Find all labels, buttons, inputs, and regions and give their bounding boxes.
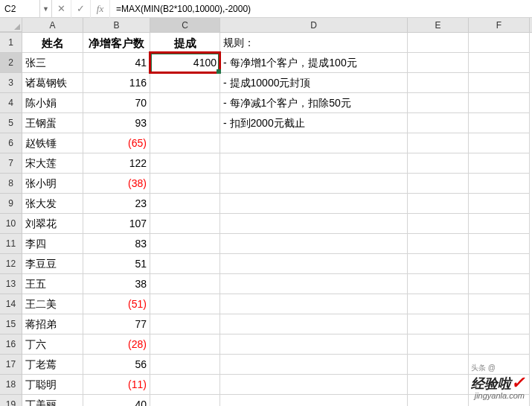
cell[interactable] — [469, 194, 530, 214]
row-header[interactable]: 1 — [0, 33, 22, 53]
name-cell[interactable]: 王五 — [22, 274, 83, 294]
row-header[interactable]: 10 — [0, 214, 22, 234]
cell[interactable] — [469, 73, 530, 93]
name-cell[interactable]: 李四 — [22, 234, 83, 254]
confirm-icon[interactable]: ✓ — [71, 0, 91, 18]
rule-cell[interactable] — [220, 174, 408, 194]
cell[interactable] — [408, 93, 469, 113]
cell[interactable] — [408, 294, 469, 314]
row-header[interactable]: 2 — [0, 53, 22, 73]
rule-cell[interactable] — [220, 355, 408, 375]
cell[interactable] — [469, 153, 530, 174]
row-header[interactable]: 6 — [0, 133, 22, 153]
row-header[interactable]: 4 — [0, 93, 22, 113]
rule-cell[interactable] — [220, 294, 408, 314]
cell[interactable] — [469, 254, 530, 274]
commission-cell[interactable] — [150, 375, 220, 395]
col-header-f[interactable]: F — [469, 18, 530, 32]
name-cell[interactable]: 王二美 — [22, 294, 83, 314]
name-cell[interactable]: 丁聪明 — [22, 375, 83, 395]
name-cell[interactable]: 张大发 — [22, 194, 83, 214]
cell[interactable] — [469, 314, 530, 334]
cell[interactable] — [469, 334, 530, 355]
header-commission[interactable]: 提成 — [150, 33, 220, 53]
rule-cell[interactable] — [220, 153, 408, 174]
col-header-e[interactable]: E — [408, 18, 469, 32]
commission-cell[interactable] — [150, 294, 220, 314]
commission-cell[interactable] — [150, 174, 220, 194]
count-cell[interactable]: 107 — [83, 214, 150, 234]
cell[interactable] — [408, 375, 469, 395]
commission-cell[interactable] — [150, 355, 220, 375]
row-header[interactable]: 14 — [0, 294, 22, 314]
cell[interactable] — [408, 194, 469, 214]
select-all-corner[interactable] — [0, 18, 22, 32]
rule-cell[interactable] — [220, 194, 408, 214]
commission-cell[interactable] — [150, 113, 220, 133]
cell[interactable] — [469, 93, 530, 113]
cell[interactable] — [408, 113, 469, 133]
cell[interactable] — [408, 314, 469, 334]
header-count[interactable]: 净增客户数 — [83, 33, 150, 53]
rule-cell[interactable] — [220, 375, 408, 395]
cell[interactable] — [469, 33, 530, 53]
rule-cell[interactable]: - 扣到2000元截止 — [220, 113, 408, 133]
count-cell[interactable]: 38 — [83, 274, 150, 294]
cell[interactable] — [469, 113, 530, 133]
count-cell[interactable]: 83 — [83, 234, 150, 254]
cell[interactable] — [408, 234, 469, 254]
commission-cell[interactable] — [150, 395, 220, 406]
cell[interactable] — [469, 294, 530, 314]
commission-cell[interactable] — [150, 254, 220, 274]
name-cell[interactable]: 丁美丽 — [22, 395, 83, 406]
rule-cell[interactable] — [220, 395, 408, 406]
cell[interactable] — [408, 214, 469, 234]
count-cell[interactable]: 40 — [83, 395, 150, 406]
count-cell[interactable]: (28) — [83, 334, 150, 355]
rule-cell[interactable] — [220, 314, 408, 334]
name-cell[interactable]: 张小明 — [22, 174, 83, 194]
cancel-icon[interactable]: ✕ — [52, 0, 71, 18]
row-header[interactable]: 16 — [0, 334, 22, 355]
commission-cell[interactable] — [150, 194, 220, 214]
rule-cell[interactable] — [220, 214, 408, 234]
name-cell[interactable]: 张三 — [22, 53, 83, 73]
count-cell[interactable]: (38) — [83, 174, 150, 194]
col-header-c[interactable]: C — [150, 18, 220, 32]
commission-cell[interactable] — [150, 153, 220, 174]
commission-cell[interactable] — [150, 214, 220, 234]
name-cell[interactable]: 丁老蔫 — [22, 355, 83, 375]
cell[interactable] — [408, 395, 469, 406]
row-header[interactable]: 17 — [0, 355, 22, 375]
cell[interactable] — [469, 274, 530, 294]
row-header[interactable]: 11 — [0, 234, 22, 254]
name-cell[interactable]: 蒋招弟 — [22, 314, 83, 334]
cell[interactable] — [408, 153, 469, 174]
rule-cell[interactable]: - 每净减1个客户，扣除50元 — [220, 93, 408, 113]
fx-icon[interactable]: fx — [91, 0, 110, 18]
cell[interactable] — [469, 53, 530, 73]
commission-cell[interactable] — [150, 314, 220, 334]
cell[interactable] — [408, 174, 469, 194]
cell[interactable] — [408, 33, 469, 53]
name-cell[interactable]: 刘翠花 — [22, 214, 83, 234]
cell[interactable] — [469, 214, 530, 234]
col-header-d[interactable]: D — [220, 18, 408, 32]
name-cell[interactable]: 赵铁锤 — [22, 133, 83, 153]
count-cell[interactable]: 41 — [83, 53, 150, 73]
commission-cell[interactable] — [150, 73, 220, 93]
cell[interactable] — [408, 254, 469, 274]
count-cell[interactable]: 51 — [83, 254, 150, 274]
count-cell[interactable]: (11) — [83, 375, 150, 395]
cell[interactable] — [408, 53, 469, 73]
cell[interactable] — [408, 355, 469, 375]
row-header[interactable]: 7 — [0, 153, 22, 174]
commission-cell[interactable]: 4100 — [150, 53, 220, 73]
cell[interactable] — [469, 234, 530, 254]
cell[interactable] — [469, 174, 530, 194]
count-cell[interactable]: 23 — [83, 194, 150, 214]
formula-input[interactable]: =MAX(MIN(B2*100,10000),-2000) — [110, 0, 532, 17]
row-header[interactable]: 19 — [0, 395, 22, 406]
row-header[interactable]: 9 — [0, 194, 22, 214]
name-cell[interactable]: 陈小娟 — [22, 93, 83, 113]
